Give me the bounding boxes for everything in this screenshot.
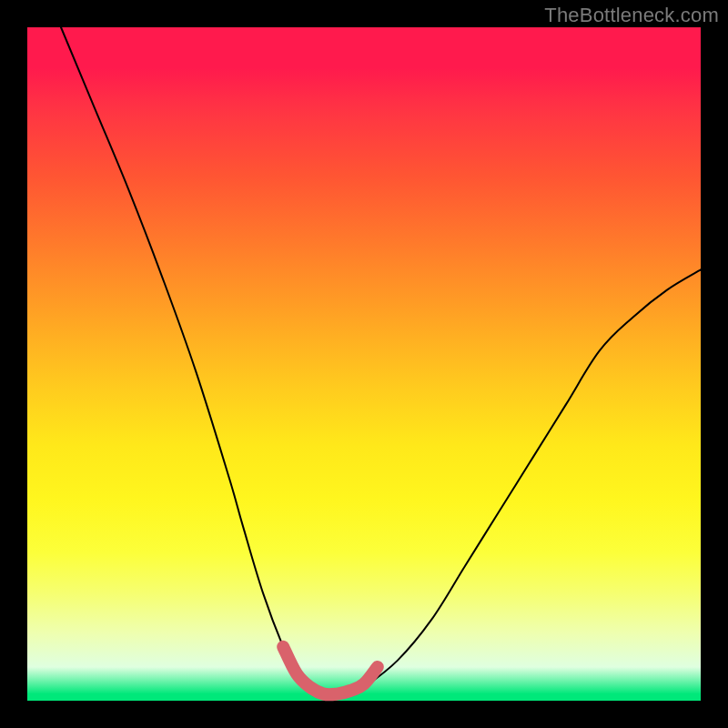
curve-layer bbox=[27, 27, 701, 701]
watermark-text: TheBottleneck.com bbox=[544, 4, 719, 27]
chart-frame: TheBottleneck.com bbox=[0, 0, 728, 728]
bottleneck-curve bbox=[61, 27, 701, 695]
optimal-band bbox=[283, 647, 378, 695]
